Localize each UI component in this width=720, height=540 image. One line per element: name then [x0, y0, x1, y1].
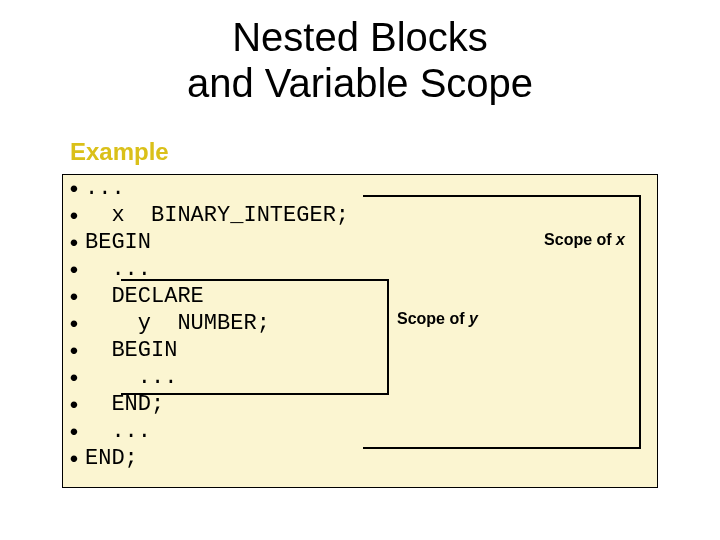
scope-y-var: y	[469, 310, 478, 327]
code-text: ...	[85, 176, 125, 201]
example-subhead: Example	[70, 138, 169, 166]
bullet-icon: •	[63, 179, 85, 199]
title-line-2: and Variable Scope	[187, 61, 533, 105]
bullet-icon: •	[63, 287, 85, 307]
bullet-icon: •	[63, 233, 85, 253]
slide: Nested Blocks and Variable Scope Example…	[0, 0, 720, 540]
scope-y-prefix: Scope of	[397, 310, 469, 327]
slide-title: Nested Blocks and Variable Scope	[0, 0, 720, 106]
scope-x-var: x	[616, 231, 625, 248]
bullet-icon: •	[63, 314, 85, 334]
bullet-icon: •	[63, 422, 85, 442]
code-text: BEGIN	[85, 230, 151, 255]
bullet-icon: •	[63, 260, 85, 280]
code-line-10: •END;	[63, 445, 657, 472]
scope-x-label: Scope of x	[544, 231, 625, 249]
code-text: END;	[85, 392, 164, 417]
scope-x-prefix: Scope of	[544, 231, 616, 248]
bullet-icon: •	[63, 341, 85, 361]
bullet-icon: •	[63, 449, 85, 469]
code-text: ...	[85, 419, 151, 444]
scope-y-bracket	[121, 279, 389, 395]
scope-y-label: Scope of y	[397, 310, 478, 328]
bullet-icon: •	[63, 368, 85, 388]
code-box: Scope of x Scope of y •... • x BINARY_IN…	[62, 174, 658, 488]
bullet-icon: •	[63, 206, 85, 226]
code-text: x BINARY_INTEGER;	[85, 203, 349, 228]
title-line-1: Nested Blocks	[232, 15, 488, 59]
code-text: END;	[85, 446, 138, 471]
bullet-icon: •	[63, 395, 85, 415]
